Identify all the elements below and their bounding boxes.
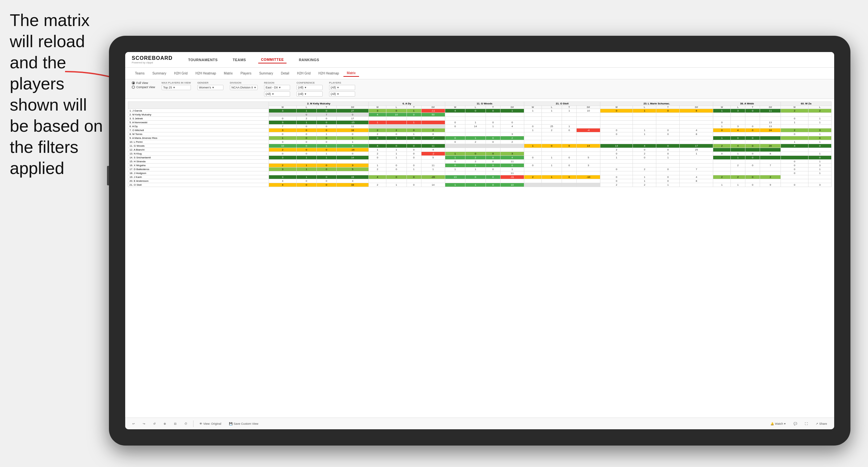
redo-button[interactable]: ↪: [141, 421, 147, 426]
sh-l7: L: [808, 106, 831, 109]
watch-label: Watch: [775, 422, 783, 425]
sub-nav-summary2[interactable]: Summary: [256, 70, 276, 76]
table-row: 17. D Ballesteros 3105 2011 1101 0207 01: [128, 167, 832, 172]
share-label: Share: [819, 422, 827, 425]
filter-players-sub[interactable]: (All) ▾: [329, 91, 355, 97]
sub-nav-h2h-grid[interactable]: H2H Grid: [171, 70, 191, 76]
table-row: 2. M Kelly Mulcahy 070 410050: [128, 113, 832, 117]
sh-l6: L: [731, 106, 745, 109]
timer-button[interactable]: ⏱: [182, 421, 189, 426]
table-row: 12. A Bianchi 200-16 1104 20025: [128, 148, 832, 152]
sh-t4: T: [562, 106, 577, 109]
player-name: 17. D Ballesteros: [128, 167, 269, 172]
player-name: 15. H Stranda: [128, 160, 269, 163]
col-header-mulcahy: 2. M Kelly Mulcahy: [269, 102, 369, 106]
watch-button[interactable]: 🔔 Watch ▾: [769, 421, 788, 426]
filter-division: Division NCAA Division II ▾: [230, 81, 257, 90]
sh-l1: L: [297, 106, 316, 109]
filter-gender: Gender Women's ▾: [197, 81, 223, 90]
sub-nav-h2h-heatmap[interactable]: H2H Heatmap: [192, 70, 219, 76]
toolbar-separator: [193, 421, 193, 427]
filter-region: Region East - DII ▾ (All) ▾: [264, 81, 290, 97]
logo-area: SCOREBOARD Powered by clippd: [132, 55, 173, 64]
eye-icon: 👁: [199, 422, 202, 425]
matrix-content[interactable]: 2. M Kelly Mulcahy 6. A Dy 11. G Woods 2…: [125, 99, 834, 417]
save-custom-label: Save Custom View: [234, 422, 258, 425]
nav-teams[interactable]: TEAMS: [230, 57, 248, 63]
player-name: 2. M Kelly Mulcahy: [128, 113, 269, 117]
filter-players-select[interactable]: (All) ▾: [329, 85, 355, 90]
sh-dif2: Dif: [421, 106, 445, 109]
view-original-label: View: Original: [203, 422, 221, 425]
player-name: 6. A Dy: [128, 125, 269, 128]
player-name: 7. O Mitchell: [128, 128, 269, 132]
sh-w2: W: [369, 106, 386, 109]
table-row: 8. M Torres 0010 2010 3 0108 01: [128, 132, 832, 136]
col-header-webb: 38. A Webb: [713, 102, 781, 106]
sub-nav-h2h-heatmap2[interactable]: H2H Heatmap: [315, 70, 342, 76]
player-name: 12. A Bianchi: [128, 148, 269, 152]
comment-button[interactable]: 💬: [792, 421, 799, 426]
sub-nav-matrix2[interactable]: Matrix: [343, 70, 359, 77]
nav-committee[interactable]: COMMITTEE: [258, 56, 286, 63]
share-button[interactable]: ↗ Share: [814, 421, 829, 426]
sub-nav-teams[interactable]: Teams: [132, 70, 148, 76]
filter-region-select[interactable]: East - DII ▾: [264, 85, 290, 90]
settings-button[interactable]: ⊟: [172, 421, 179, 426]
filter-gender-select[interactable]: Women's ▾: [197, 85, 223, 90]
filter-region-label: Region: [264, 81, 290, 84]
filters-bar: Full View Compact View Max players in vi…: [125, 80, 834, 99]
table-row: 11. G Woods 10014 40011 10014 144017 240…: [128, 144, 832, 148]
sub-nav-detail[interactable]: Detail: [278, 70, 293, 76]
player-name: 20. E Andersson: [128, 179, 269, 183]
table-row: 16. X Mcgaha 2103 10011 0100 0103 207 03: [128, 163, 832, 167]
sh-t3: T: [486, 106, 500, 109]
compact-view-label: Compact View: [136, 86, 155, 89]
table-row: 14. S Srichantamit 31114 0105 1204 0105 …: [128, 156, 832, 160]
table-row: 7. O Mitchell 30018 2202 120-4 0104 0402…: [128, 128, 832, 132]
nav-rankings[interactable]: RANKINGS: [296, 57, 322, 63]
compact-view-radio[interactable]: [132, 86, 135, 89]
filter-division-select[interactable]: NCAA Division II ▾: [230, 85, 257, 90]
matrix-table: 2. M Kelly Mulcahy 6. A Dy 11. G Woods 2…: [128, 101, 832, 187]
sub-nav-h2h-grid2[interactable]: H2H Grid: [294, 70, 314, 76]
view-original-button[interactable]: 👁 View: Original: [197, 421, 223, 426]
player-name: 3. S Jelinek: [128, 117, 269, 121]
sh-w5: W: [600, 106, 633, 109]
compact-view-option[interactable]: Compact View: [132, 86, 155, 89]
full-view-label: Full View: [136, 81, 148, 85]
sh-l3: L: [465, 106, 486, 109]
sh-t6: T: [745, 106, 760, 109]
full-view-radio[interactable]: [132, 81, 135, 85]
sh-dif6: Dif: [760, 106, 781, 109]
filter-region-sub[interactable]: (All) ▾: [264, 91, 290, 97]
filter-conference-sub[interactable]: (All) ▾: [297, 91, 322, 97]
undo-button[interactable]: ↩: [130, 421, 137, 426]
sh-t2: T: [406, 106, 421, 109]
player-name: 13. N Klug: [128, 152, 269, 156]
full-view-option[interactable]: Full View: [132, 81, 155, 85]
sh-dif4: Dif: [577, 106, 600, 109]
refresh-button[interactable]: ↺: [151, 421, 158, 426]
player-name: 11. G Woods: [128, 144, 269, 148]
zoom-button[interactable]: ⊕: [162, 421, 168, 426]
expand-button[interactable]: ⛶: [803, 421, 810, 426]
sub-nav-summary[interactable]: Summary: [149, 70, 169, 76]
save-custom-view-button[interactable]: 💾 Save Custom View: [227, 421, 260, 426]
nav-tournaments[interactable]: TOURNAMENTS: [186, 57, 220, 63]
sub-nav-matrix[interactable]: Matrix: [220, 70, 236, 76]
bottom-toolbar: ↩ ↪ ↺ ⊕ ⊟ ⏱ 👁 View: Original 💾 Save Cust…: [125, 417, 834, 429]
player-name: 19. J Kanh: [128, 175, 269, 179]
sh-t5: T: [656, 106, 680, 109]
filter-conference-select[interactable]: (All) ▾: [297, 85, 322, 90]
table-row: 20. E Andersson 4004 0108: [128, 179, 832, 183]
row-header-empty: [128, 102, 269, 109]
table-row: 21. O Stoll 40033 21014 11010 221 1109 0…: [128, 183, 832, 187]
filter-max-players: Max players in view Top 25 ▾: [162, 81, 191, 90]
filter-max-players-select[interactable]: Top 25 ▾: [162, 85, 191, 90]
sub-nav-players[interactable]: Players: [238, 70, 255, 76]
player-name: 14. S Srichantamit: [128, 156, 269, 160]
tablet-device: SCOREBOARD Powered by clippd TOURNAMENTS…: [109, 36, 850, 445]
player-name: 21. O Stoll: [128, 183, 269, 187]
table-row: 6. A Dy 70011 01414 0251 13013: [128, 125, 832, 128]
